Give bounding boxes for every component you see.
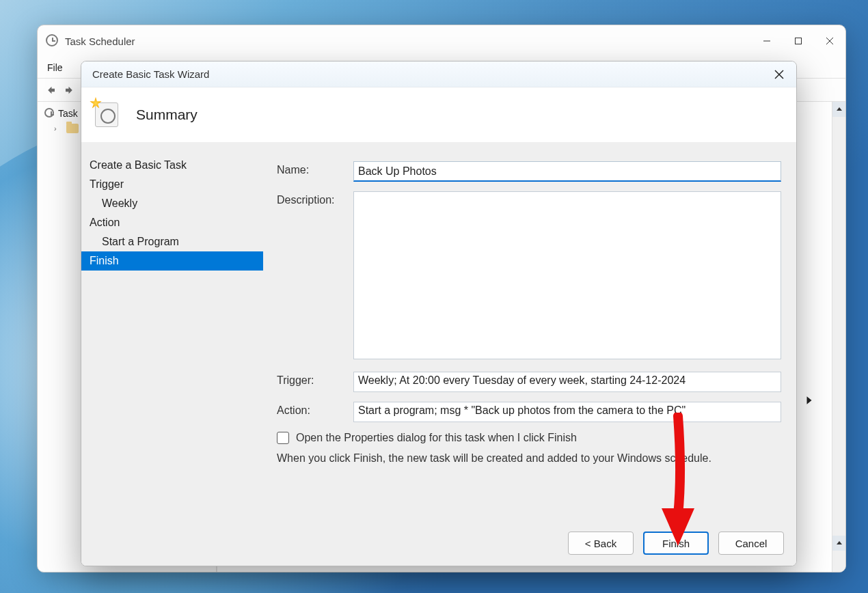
parent-titlebar: Task Scheduler: [38, 25, 845, 57]
step-trigger[interactable]: Trigger: [81, 175, 263, 194]
window-controls: [751, 25, 845, 57]
open-properties-checkbox[interactable]: [277, 432, 289, 444]
wizard-steps: Create a Basic Task Trigger Weekly Actio…: [81, 142, 263, 521]
tree-root-label: Task: [58, 108, 78, 119]
scroll-up-icon-2[interactable]: [832, 536, 845, 551]
label-description: Description:: [277, 191, 353, 362]
folder-icon: [66, 124, 79, 133]
wizard-header-title: Summary: [136, 107, 198, 123]
maximize-button[interactable]: [783, 25, 814, 57]
nav-forward-button[interactable]: [61, 81, 79, 99]
clock-icon: [44, 108, 54, 120]
wizard-header-icon: [91, 100, 121, 130]
wizard-header: Summary: [81, 87, 796, 142]
chevron-right-icon[interactable]: ›: [54, 124, 62, 133]
description-input[interactable]: [353, 191, 781, 359]
wizard-title-text: Create Basic Task Wizard: [92, 68, 209, 80]
actions-scrollbar[interactable]: [832, 102, 845, 572]
wizard-titlebar: Create Basic Task Wizard: [81, 61, 796, 87]
menu-file[interactable]: File: [47, 62, 63, 73]
wizard-buttons: < Back Finish Cancel: [81, 521, 796, 566]
label-name: Name:: [277, 161, 353, 182]
back-button[interactable]: < Back: [568, 532, 634, 555]
create-basic-task-wizard: Create Basic Task Wizard Summary Create …: [81, 61, 797, 566]
minimize-button[interactable]: [751, 25, 783, 57]
scroll-track[interactable]: [832, 117, 845, 536]
step-trigger-weekly[interactable]: Weekly: [81, 194, 263, 213]
label-trigger: Trigger:: [277, 372, 353, 392]
trigger-value: Weekly; At 20:00 every Tuesday of every …: [353, 372, 781, 392]
cancel-button[interactable]: Cancel: [718, 532, 784, 555]
expand-chevron-icon[interactable]: [804, 396, 814, 408]
name-input[interactable]: [353, 161, 781, 182]
clock-icon: [46, 34, 59, 48]
scroll-up-icon[interactable]: [832, 102, 845, 117]
wizard-body: Create a Basic Task Trigger Weekly Actio…: [81, 142, 796, 521]
nav-back-button[interactable]: [42, 81, 59, 99]
svg-rect-1: [796, 38, 802, 44]
step-finish[interactable]: Finish: [81, 251, 263, 271]
open-properties-label: Open the Properties dialog for this task…: [296, 432, 577, 444]
step-action-start-program[interactable]: Start a Program: [81, 232, 263, 251]
finish-button[interactable]: Finish: [643, 532, 709, 555]
finish-hint: When you click Finish, the new task will…: [277, 452, 781, 465]
wizard-form: Name: Description: Trigger: Weekly; At 2…: [263, 142, 796, 521]
action-value: Start a program; msg * "Back up photos f…: [353, 402, 781, 422]
step-action[interactable]: Action: [81, 213, 263, 232]
open-properties-row[interactable]: Open the Properties dialog for this task…: [277, 432, 781, 444]
step-create-basic[interactable]: Create a Basic Task: [81, 156, 263, 175]
label-action: Action:: [277, 402, 353, 422]
close-button[interactable]: [814, 25, 845, 57]
parent-title: Task Scheduler: [65, 36, 135, 47]
wizard-close-button[interactable]: [769, 64, 789, 85]
